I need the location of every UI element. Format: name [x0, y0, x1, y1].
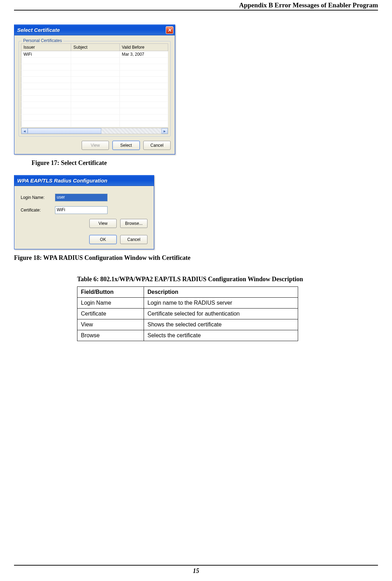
cell-desc: Certificate selected for authentication [144, 309, 298, 319]
table-row: View Shows the selected certificate [77, 319, 298, 330]
th-desc: Description [144, 287, 298, 298]
scroll-right-icon[interactable]: ► [161, 128, 168, 134]
appendix-header: Appendix B Error Messages of Enabler Pro… [14, 0, 378, 10]
table-row: Login Name Login name to the RADIUS serv… [77, 298, 298, 309]
cancel-button[interactable]: Cancel [143, 141, 171, 150]
window-title: WPA EAP/TLS Radius Configuration [17, 178, 108, 184]
table-row: Certificate Certificate selected for aut… [77, 309, 298, 319]
certificate-field[interactable]: WiFi [55, 206, 108, 214]
table-row[interactable] [21, 77, 168, 83]
cell-desc: Selects the certificate [144, 330, 298, 341]
col-issuer[interactable]: Issuer [21, 44, 71, 51]
select-button[interactable]: Select [112, 141, 140, 150]
scroll-thumb[interactable] [28, 128, 101, 134]
groupbox-title: Personal Certificates [22, 38, 63, 43]
col-subject[interactable]: Subject [71, 44, 119, 51]
table-row[interactable]: WiFi Mar 3, 2007 [21, 51, 168, 58]
figure-18-caption: Figure 18: WPA RADIUS Configuration Wind… [14, 254, 378, 262]
ok-button[interactable]: OK [89, 235, 117, 244]
select-certificate-window: Select Certificate ✕ Personal Certificat… [14, 25, 175, 154]
table-6-caption: Table 6: 802.1x/WPA/WPA2 EAP/TLS RADIUS … [77, 276, 378, 283]
cell-field: Login Name [77, 298, 144, 309]
footer-rule [14, 565, 378, 566]
cell-desc: Shows the selected certificate [144, 319, 298, 330]
close-icon[interactable]: ✕ [166, 26, 173, 34]
table-row[interactable] [21, 108, 168, 115]
cell-subject [71, 51, 119, 58]
table-row[interactable] [21, 115, 168, 121]
figure-17-caption: Figure 17: Select Certificate [32, 159, 378, 167]
col-valid-before[interactable]: Valid Before [119, 44, 168, 51]
wpa-radius-window: WPA EAP/TLS Radius Configuration Login N… [14, 175, 154, 249]
view-button[interactable]: View [82, 141, 109, 150]
login-name-label: Login Name: [21, 195, 55, 200]
cell-valid-before: Mar 3, 2007 [119, 51, 168, 58]
titlebar[interactable]: Select Certificate ✕ [14, 25, 175, 35]
table-row[interactable] [21, 121, 168, 127]
certificate-table[interactable]: Issuer Subject Valid Before WiFi Mar 3, … [21, 43, 168, 127]
cancel-button[interactable]: Cancel [120, 235, 147, 244]
personal-certificates-group: Personal Certificates Issuer Subject Val… [19, 41, 171, 137]
table-row: Browse Selects the certificate [77, 330, 298, 341]
table-row[interactable] [21, 70, 168, 77]
cell-desc: Login name to the RADIUS server [144, 298, 298, 309]
view-button[interactable]: View [89, 219, 117, 228]
cell-field: Certificate [77, 309, 144, 319]
cell-issuer: WiFi [21, 51, 71, 58]
browse-button[interactable]: Browse... [120, 219, 147, 228]
horizontal-scrollbar[interactable]: ◄ ► [21, 128, 168, 134]
certificate-label: Certificate: [21, 208, 55, 213]
cell-field: Browse [77, 330, 144, 341]
login-name-field[interactable]: user [55, 194, 108, 201]
table-row[interactable] [21, 96, 168, 102]
table-row[interactable] [21, 58, 168, 64]
header-rule [14, 10, 378, 11]
titlebar[interactable]: WPA EAP/TLS Radius Configuration [14, 175, 154, 186]
table-row[interactable] [21, 89, 168, 96]
table-row[interactable] [21, 102, 168, 108]
scroll-track[interactable] [28, 128, 161, 134]
window-title: Select Certificate [17, 27, 60, 33]
table-row[interactable] [21, 83, 168, 89]
th-field: Field/Button [77, 287, 144, 298]
description-table: Field/Button Description Login Name Logi… [77, 286, 298, 341]
scroll-left-icon[interactable]: ◄ [21, 128, 28, 134]
page-number: 15 [0, 567, 392, 575]
cell-field: View [77, 319, 144, 330]
table-row[interactable] [21, 64, 168, 70]
